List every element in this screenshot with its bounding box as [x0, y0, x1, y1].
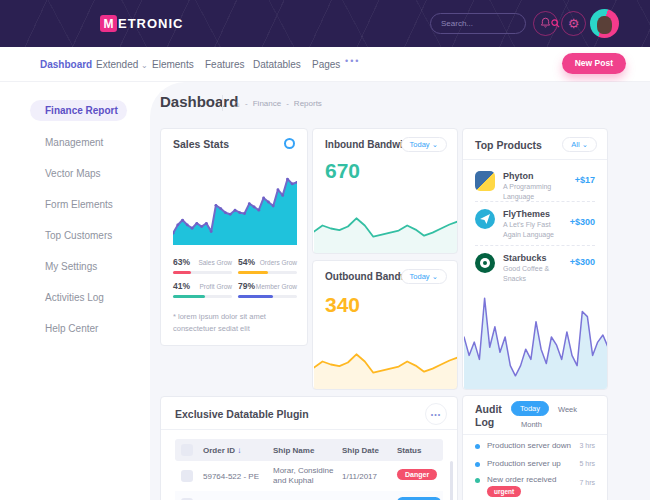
divider	[463, 434, 607, 435]
audit-tab-month[interactable]: Month	[521, 420, 542, 429]
nav-more-icon[interactable]: •••	[345, 56, 360, 66]
chevron-down-icon: ⌄	[432, 140, 438, 149]
home-icon[interactable]: ⌂	[234, 100, 240, 108]
products-chart	[464, 284, 608, 390]
product-row-flythemes[interactable]: FlyThemes A Let's Fly Fast Again Languag…	[475, 209, 595, 241]
col-ship-name[interactable]: Ship Name	[273, 446, 314, 455]
sales-footnote: * lorem ipsum dolor sit amet consectetue…	[173, 311, 291, 334]
audit-tab-week[interactable]: Week	[558, 405, 577, 414]
product-row-starbucks[interactable]: Starbucks Good Coffee & Snacks +$300	[475, 253, 595, 279]
outbound-filter-dropdown[interactable]: Today ⌄	[401, 269, 447, 284]
urgent-badge: urgent	[487, 486, 521, 497]
row-checkbox[interactable]	[181, 470, 193, 482]
title-divider	[222, 95, 223, 111]
col-order-id[interactable]: Order ID ↓	[203, 446, 241, 455]
nav-item-elements[interactable]: Elements	[152, 59, 194, 70]
status-dot	[475, 478, 480, 483]
sales-stats-title: Sales Stats	[173, 138, 229, 150]
sidebar-item-form-elements[interactable]: Form Elements	[45, 199, 113, 210]
python-icon	[475, 171, 495, 191]
progress-bar	[173, 295, 232, 298]
status-badge: Danger	[397, 469, 437, 480]
table-scrollbar[interactable]	[450, 461, 453, 500]
progress-bar	[173, 271, 232, 274]
sidebar-item-finance-report[interactable]: Finance Report	[30, 100, 127, 121]
inbound-chart	[314, 199, 458, 254]
starbucks-icon	[475, 253, 495, 273]
audit-tab-today[interactable]: Today	[511, 401, 549, 416]
table-row[interactable]: 59762-3742 - CN Howe-Strosin 6/25/2016 P…	[175, 491, 443, 500]
bell-icon	[540, 17, 551, 31]
search-box[interactable]	[430, 13, 526, 34]
audit-log-title: AuditLog	[475, 403, 502, 429]
table-row[interactable]: 59764-522 - PE Morar, Considine and Kuph…	[175, 463, 443, 491]
breadcrumb: ⌂ - Finance - Reports	[234, 99, 322, 108]
sales-stats-chart	[173, 159, 297, 245]
product-value: +$17	[575, 175, 595, 185]
progress-bar	[238, 271, 297, 274]
top-header: M ETRONIC ⚙	[0, 0, 650, 47]
divider	[475, 245, 595, 246]
gear-icon: ⚙	[568, 17, 580, 30]
col-ship-date[interactable]: Ship Date	[342, 446, 379, 455]
progress-bar	[238, 295, 297, 298]
divider	[463, 159, 607, 160]
datatable-card: Exclusive Datatable Plugin ••• Order ID …	[160, 396, 458, 500]
product-value: +$300	[570, 217, 595, 227]
status-dot	[475, 462, 480, 467]
sidebar-item-management[interactable]: Management	[45, 137, 103, 148]
select-all-checkbox[interactable]	[181, 444, 193, 456]
nav-item-features[interactable]: Features	[205, 59, 244, 70]
inbound-filter-dropdown[interactable]: Today ⌄	[401, 137, 447, 152]
outbound-value: 340	[325, 293, 360, 317]
sort-desc-icon[interactable]: ↓	[237, 446, 241, 455]
paper-plane-icon	[475, 209, 495, 229]
page-title: Dashboard	[160, 93, 238, 110]
breadcrumb-finance[interactable]: Finance	[253, 99, 281, 108]
chevron-down-icon: ⌄	[141, 61, 148, 70]
sales-stats-card: Sales Stats 63%Sales Grow 54%Orders Grow…	[160, 128, 308, 346]
stat-orders-grow: 54%Orders Grow	[238, 257, 297, 274]
breadcrumb-reports[interactable]: Reports	[294, 99, 322, 108]
logo-text: ETRONIC	[118, 16, 184, 31]
more-options-icon[interactable]: •••	[425, 403, 447, 425]
stat-sales-grow: 63%Sales Grow	[173, 257, 232, 274]
divider	[475, 201, 595, 202]
sidebar-item-top-customers[interactable]: Top Customers	[45, 230, 112, 241]
audit-log-card: AuditLog Today Week Month Production ser…	[462, 395, 608, 500]
notifications-button[interactable]	[533, 11, 558, 36]
sidebar-item-help-center[interactable]: Help Center	[45, 323, 98, 334]
stat-member-grow: 79%Member Grow	[238, 281, 297, 298]
stat-profit-grow: 41%Profit Grow	[173, 281, 232, 298]
outbound-bandwidth-card: Outbound Bandwidth Today ⌄ 340	[312, 260, 458, 390]
chevron-down-icon: ⌄	[582, 140, 588, 149]
nav-item-dashboard[interactable]: Dashboard	[40, 59, 92, 70]
nav-item-pages[interactable]: Pages	[312, 59, 340, 70]
top-products-card: Top Products All ⌄ Phyton A Programming …	[462, 128, 608, 390]
metronic-dashboard: M ETRONIC ⚙ Dashboard Extended ⌄ Element…	[0, 0, 650, 500]
col-status[interactable]: Status	[397, 446, 421, 455]
product-row-phyton[interactable]: Phyton A Programming Language +$17	[475, 171, 595, 197]
new-post-button[interactable]: New Post	[562, 53, 626, 74]
circle-icon[interactable]	[284, 138, 295, 149]
inbound-value: 670	[325, 159, 360, 183]
logo-m-icon: M	[100, 15, 117, 32]
status-dot	[475, 444, 480, 449]
sidebar-item-my-settings[interactable]: My Settings	[45, 261, 97, 272]
outbound-chart	[314, 335, 458, 390]
inbound-bandwidth-card: Inbound Bandwidth Today ⌄ 670	[312, 128, 458, 254]
table-header: Order ID ↓ Ship Name Ship Date Status	[175, 439, 443, 461]
products-filter-dropdown[interactable]: All ⌄	[562, 137, 597, 152]
chevron-down-icon: ⌄	[432, 272, 438, 281]
sidebar-item-vector-maps[interactable]: Vector Maps	[45, 168, 101, 179]
sidebar-item-activities-log[interactable]: Activities Log	[45, 292, 104, 303]
nav-item-datatables[interactable]: Datatables	[253, 59, 301, 70]
main-nav: Dashboard Extended ⌄ Elements Features D…	[0, 47, 650, 82]
logo[interactable]: M ETRONIC	[100, 15, 184, 32]
datatable-title: Exclusive Datatable Plugin	[175, 408, 309, 420]
nav-item-extended[interactable]: Extended ⌄	[96, 59, 148, 70]
settings-button[interactable]: ⚙	[561, 11, 586, 36]
product-value: +$300	[570, 257, 595, 267]
top-products-title: Top Products	[475, 139, 542, 151]
user-avatar[interactable]	[590, 9, 619, 38]
